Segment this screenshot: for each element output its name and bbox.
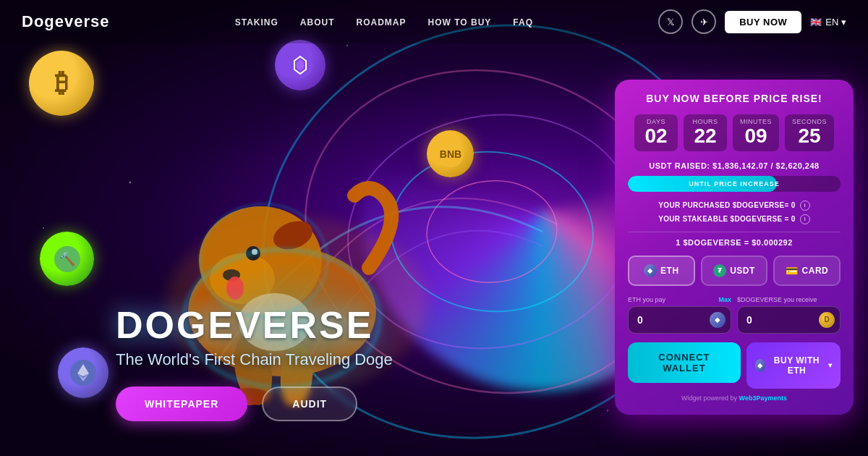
usdt-raised: USDT RAISED: $1,836,142.07 / $2,620,248 xyxy=(628,161,841,170)
card-pay-button[interactable]: 💳 CARD xyxy=(773,256,841,286)
eth-input-group: ETH you pay Max ◆ xyxy=(628,296,731,334)
eth-pay-button[interactable]: ◆ ETH xyxy=(628,256,695,286)
telegram-button[interactable]: ✈ xyxy=(692,9,716,34)
lang-label: EN ▾ xyxy=(825,17,846,28)
eth-currency-icon: ◆ xyxy=(710,312,726,328)
price-row: 1 $DOGEVERSE = $0.000292 xyxy=(628,238,841,247)
countdown-hours: Hours 22 xyxy=(684,114,727,151)
nav-links: STAKING ABOUT ROADMAP HOW TO BUY FAQ xyxy=(235,15,533,28)
nav-right: 𝕏 ✈ BUY NOW 🇬🇧 EN ▾ xyxy=(658,9,846,34)
bitcoin-coin: ₿ xyxy=(29,51,94,116)
input-row: ETH you pay Max ◆ $DOGEVERSE you receive… xyxy=(628,296,841,334)
web3payments-brand[interactable]: Web3Payments xyxy=(739,394,787,402)
flag-icon: 🇬🇧 xyxy=(810,17,822,28)
hero-content: DOGEVERSE The World's First Chain Travel… xyxy=(116,303,393,369)
nav-faq[interactable]: FAQ xyxy=(513,17,533,28)
divider xyxy=(628,232,841,232)
dogeverse-input-group: $DOGEVERSE you receive D xyxy=(737,296,841,334)
nav-about[interactable]: ABOUT xyxy=(300,17,335,28)
navbar: Dogeverse STAKING ABOUT ROADMAP HOW TO B… xyxy=(0,0,868,43)
purchased-row: YOUR PURCHASED $DOGEVERSE= 0 i xyxy=(628,200,841,211)
stakeable-row: YOUR STAKEABLE $DOGEVERSE = 0 i xyxy=(628,214,841,224)
days-value: 02 xyxy=(642,125,671,148)
eth-input-label: ETH you pay Max xyxy=(628,296,731,303)
language-button[interactable]: 🇬🇧 EN ▾ xyxy=(810,17,846,28)
card-pay-icon: 💳 xyxy=(786,265,799,276)
footer-text: Widget powered by xyxy=(681,394,739,402)
card-pay-label: CARD xyxy=(802,266,829,276)
buy-with-eth-button[interactable]: ◆ BUY WITH ETH ▾ xyxy=(746,342,841,389)
ethereum-coin xyxy=(58,347,109,398)
whitepaper-button[interactable]: WHITEPAPER xyxy=(116,387,247,421)
widget-footer: Widget powered by Web3Payments xyxy=(628,394,841,402)
purchase-info: YOUR PURCHASED $DOGEVERSE= 0 i YOUR STAK… xyxy=(628,200,841,224)
buy-now-nav-button[interactable]: BUY NOW xyxy=(725,11,801,33)
audit-button[interactable]: AUDIT xyxy=(262,387,357,421)
buy-eth-icon: ◆ xyxy=(755,359,765,372)
hammer-coin: 🔨 xyxy=(40,232,94,286)
eth-pay-icon: ◆ xyxy=(644,264,657,277)
dogeverse-currency-icon: D xyxy=(819,312,835,328)
widget-title: BUY NOW BEFORE PRICE RISE! xyxy=(628,93,841,104)
buy-widget: BUY NOW BEFORE PRICE RISE! Days 02 Hours… xyxy=(615,80,854,415)
svg-text:🔨: 🔨 xyxy=(59,251,76,267)
eth-input-wrapper: ◆ xyxy=(628,306,731,334)
action-buttons-row: CONNECT WALLET ◆ BUY WITH ETH ▾ xyxy=(628,342,841,389)
twitter-button[interactable]: 𝕏 xyxy=(658,9,683,34)
nav-how-to-buy[interactable]: HOW TO BUY xyxy=(428,17,492,28)
buy-eth-chevron-icon: ▾ xyxy=(828,361,833,369)
polygon-coin xyxy=(275,40,326,90)
max-button[interactable]: Max xyxy=(718,296,731,303)
connect-wallet-button[interactable]: CONNECT WALLET xyxy=(628,342,741,383)
progress-bar-container: UNTIL PRICE INCREASE xyxy=(628,176,841,192)
countdown-minutes: Minutes 09 xyxy=(733,114,779,151)
hours-value: 22 xyxy=(691,125,720,148)
minutes-value: 09 xyxy=(740,125,772,148)
stakeable-label: YOUR STAKEABLE $DOGEVERSE = 0 xyxy=(658,215,795,223)
countdown: Days 02 Hours 22 Minutes 09 Seconds 25 xyxy=(628,114,841,151)
seconds-value: 25 xyxy=(792,125,827,148)
purchased-info-icon[interactable]: i xyxy=(800,200,810,211)
buy-eth-label: BUY WITH ETH xyxy=(770,355,823,376)
dogeverse-input-wrapper: D xyxy=(737,306,841,334)
progress-label: UNTIL PRICE INCREASE xyxy=(628,176,841,192)
usdt-pay-button[interactable]: ₮ USDT xyxy=(701,256,768,286)
nav-staking[interactable]: STAKING xyxy=(235,17,278,28)
purchased-label: YOUR PURCHASED $DOGEVERSE= 0 xyxy=(658,201,795,209)
dogeverse-receive-label: $DOGEVERSE you receive xyxy=(737,296,817,303)
eth-pay-label: ETH xyxy=(660,266,679,276)
hero-subtitle: The World's First Chain Traveling Doge xyxy=(116,350,393,369)
logo: Dogeverse xyxy=(22,12,110,31)
eth-pay-input-label: ETH you pay xyxy=(628,296,665,303)
payment-buttons: ◆ ETH ₮ USDT 💳 CARD xyxy=(628,256,841,286)
hero-title: DOGEVERSE xyxy=(116,303,393,347)
nav-roadmap[interactable]: ROADMAP xyxy=(357,17,407,28)
dogeverse-input-label: $DOGEVERSE you receive xyxy=(737,296,841,303)
countdown-days: Days 02 xyxy=(634,114,678,151)
cta-buttons: WHITEPAPER AUDIT xyxy=(116,387,357,421)
stakeable-info-icon[interactable]: i xyxy=(800,214,810,224)
usdt-pay-label: USDT xyxy=(730,266,755,276)
usdt-pay-icon: ₮ xyxy=(713,264,726,277)
countdown-seconds: Seconds 25 xyxy=(785,114,834,151)
